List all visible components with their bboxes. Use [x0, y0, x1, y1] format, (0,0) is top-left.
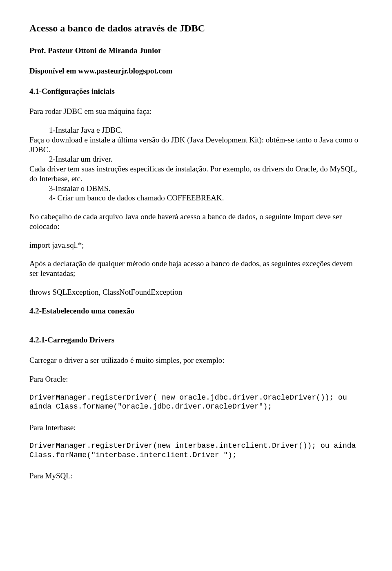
- interbase-code: DriverManager.registerDriver(new interba…: [29, 441, 363, 460]
- import-line: import java.sql.*;: [29, 240, 363, 250]
- section-4-2-heading: 4.2-Estabelecendo uma conexão: [29, 306, 363, 316]
- availability-line: Disponível em www.pasteurjr.blogspot.com: [29, 66, 363, 76]
- page-title: Acesso a banco de dados através de JDBC: [29, 22, 363, 34]
- step-4: 4- Criar um banco de dados chamado COFFE…: [49, 193, 363, 203]
- oracle-code: DriverManager.registerDriver( new oracle…: [29, 393, 363, 411]
- step-2-line1: 2-Instalar um driver.: [49, 154, 363, 164]
- step-3: 3-Instalar o DBMS.: [49, 184, 363, 193]
- import-intro: No cabeçalho de cada arquivo Java onde h…: [29, 212, 363, 231]
- interbase-label: Para Interbase:: [29, 423, 363, 433]
- step-list: 1-Instalar Java e JDBC. Faça o download …: [29, 125, 363, 203]
- author-line: Prof. Pasteur Ottoni de Miranda Junior: [29, 46, 363, 56]
- step-1-body: Faça o download e instale a última versã…: [29, 135, 363, 155]
- step-1-line1: 1-Instalar Java e JDBC.: [49, 125, 363, 135]
- section-4-1-heading: 4.1-Configurações iniciais: [29, 87, 363, 96]
- oracle-label: Para Oracle:: [29, 374, 363, 384]
- throws-line: throws SQLException, ClassNotFoundExcept…: [29, 287, 363, 297]
- section-4-1-intro: Para rodar JDBC em sua máquina faça:: [29, 107, 363, 116]
- exceptions-intro: Após a declaração de qualquer método ond…: [29, 259, 363, 278]
- mysql-label: Para MySQL:: [29, 471, 363, 481]
- step-2-body: Cada driver tem suas instruções específi…: [29, 164, 363, 184]
- drivers-intro: Carregar o driver a ser utilizado é muit…: [29, 355, 363, 365]
- section-4-2-1-heading: 4.2.1-Carregando Drivers: [29, 335, 363, 345]
